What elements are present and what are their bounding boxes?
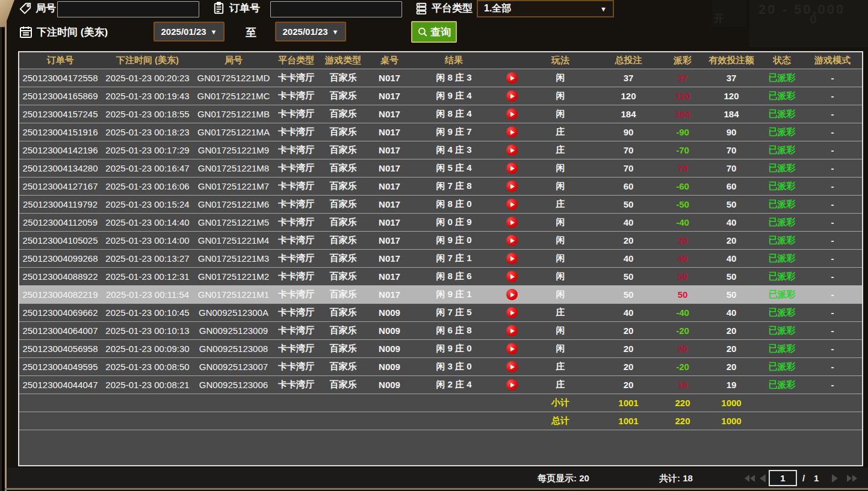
table-row[interactable]: 2501230040822192025-01-23 00:11:54GN0172… (19, 286, 862, 304)
cell-round-no: GN017251221MC (194, 91, 273, 101)
last-page-button[interactable] (847, 474, 857, 482)
replay-button[interactable] (506, 379, 518, 391)
search-button[interactable]: 查询 (411, 21, 457, 43)
cell-round-no: GN017251221M9 (194, 145, 273, 155)
cell-play: 闲 (527, 181, 594, 192)
replay-button[interactable] (506, 162, 518, 174)
cell-total-bet: 20 (594, 326, 663, 336)
cell-bet-time: 2025-01-23 00:12:31 (101, 271, 194, 282)
table-row[interactable]: 2501230041725582025-01-23 00:20:23GN0172… (19, 69, 862, 87)
cell-result: 闲 9 庄 0 (412, 343, 496, 354)
cell-game-type: 百家乐 (319, 289, 367, 300)
replay-button[interactable] (506, 235, 518, 246)
first-page-button[interactable] (745, 474, 755, 482)
cell-game-type: 百家乐 (319, 235, 367, 246)
table-row[interactable]: 2501230041342802025-01-23 00:16:47GN0172… (19, 159, 862, 178)
cell-platform: 卡卡湾厅 (273, 72, 319, 84)
table-row[interactable]: 2501230040889222025-01-23 00:12:31GN0172… (19, 268, 862, 286)
cell-status: 已派彩 (761, 181, 803, 192)
table-row[interactable]: 2501230041050252025-01-23 00:14:00GN0172… (19, 232, 862, 250)
play-icon (510, 292, 515, 297)
cell-round-no: GN017251221M8 (194, 163, 273, 173)
clipboard-icon (212, 1, 226, 15)
prev-page-button[interactable] (760, 474, 766, 483)
cell-game-mode: - (803, 91, 862, 101)
replay-button[interactable] (506, 217, 518, 228)
play-icon (510, 94, 515, 99)
cell-order-no: 250123004119792 (19, 199, 101, 209)
replay-button[interactable] (506, 199, 518, 210)
table-row[interactable]: 2501230040569582025-01-23 00:09:30GN0092… (19, 340, 862, 358)
table-row[interactable]: 2501230041120592025-01-23 00:14:40GN0172… (19, 214, 862, 232)
replay-button[interactable] (506, 144, 518, 156)
cell-payout: 120 (663, 91, 702, 101)
cell-bet-time: 2025-01-23 00:15:24 (101, 199, 194, 209)
cell-payout: -40 (663, 307, 702, 318)
platform-select[interactable]: 1.全部 ▼ (477, 0, 614, 17)
next-page-button[interactable] (832, 474, 838, 483)
cell-valid-bet: 184 (702, 109, 761, 119)
column-header-1: 下注时间 (美东) (101, 55, 194, 66)
cell-game-mode: - (803, 271, 862, 282)
cell-order-no: 250123004165869 (19, 91, 101, 101)
cell-bet-time: 2025-01-23 00:16:06 (101, 181, 194, 191)
table-row[interactable]: 2501230041572452025-01-23 00:18:55GN0172… (19, 105, 862, 123)
cell-result: 闲 8 庄 3 (412, 72, 496, 84)
cell-total-bet: 40 (594, 253, 663, 264)
replay-button[interactable] (506, 271, 518, 282)
table-row[interactable]: 2501230041421962025-01-23 00:17:29GN0172… (19, 141, 862, 159)
subtotal-row: 小计10012201000 (19, 394, 862, 412)
cell-platform: 卡卡湾厅 (273, 361, 319, 372)
cell-platform: 卡卡湾厅 (273, 343, 319, 354)
cell-round-no: GN017251221M1 (194, 289, 273, 300)
cell-bet-time: 2025-01-23 00:14:40 (101, 217, 194, 227)
replay-button[interactable] (506, 90, 518, 102)
replay-button[interactable] (506, 126, 518, 138)
round-input[interactable] (57, 1, 199, 17)
cell-platform: 卡卡湾厅 (273, 144, 319, 156)
table-row[interactable]: 2501230040992682025-01-23 00:13:27GN0172… (19, 250, 862, 268)
server-stack-icon (415, 2, 428, 15)
replay-button[interactable] (506, 108, 518, 120)
cell-valid-bet: 70 (702, 145, 761, 155)
background-open-text: 开 (714, 13, 724, 25)
play-icon (510, 148, 515, 153)
cell-game-mode: - (803, 217, 862, 227)
left-edge-tan-line (5, 20, 7, 491)
table-row[interactable]: 2501230041658692025-01-23 00:19:43GN0172… (19, 87, 862, 105)
table-row[interactable]: 2501230040640072025-01-23 00:10:13GN0092… (19, 322, 862, 340)
replay-button[interactable] (506, 253, 518, 264)
replay-button[interactable] (506, 181, 518, 192)
cell-game-mode: - (803, 145, 862, 155)
cell-bet-time: 2025-01-23 00:19:43 (101, 91, 194, 101)
table-empty-area (19, 430, 862, 465)
subtotal-label: 小计 (527, 397, 594, 409)
replay-button[interactable] (506, 325, 518, 336)
date-to-select[interactable]: 2025/01/23 ▼ (275, 22, 346, 42)
table-row[interactable]: 2501230040440472025-01-23 00:08:21GN0092… (19, 376, 862, 394)
table-row[interactable]: 2501230041271672025-01-23 00:16:06GN0172… (19, 178, 862, 196)
table-row[interactable]: 2501230041519162025-01-23 00:18:23GN0172… (19, 123, 862, 141)
cell-result: 闲 5 庄 4 (412, 162, 496, 174)
page-total-text: 1 (814, 473, 819, 483)
replay-button[interactable] (506, 361, 518, 372)
cell-play: 闲 (527, 271, 594, 282)
replay-button[interactable] (506, 307, 518, 318)
page-number-input[interactable] (769, 470, 797, 486)
replay-button[interactable] (506, 289, 518, 300)
calendar-icon (19, 25, 33, 39)
table-row[interactable]: 2501230040495952025-01-23 00:08:50GN0092… (19, 358, 862, 376)
cell-valid-bet: 60 (702, 181, 761, 191)
table-row[interactable]: 2501230041197922025-01-23 00:15:24GN0172… (19, 196, 862, 214)
cell-replay (496, 379, 527, 391)
date-from-select[interactable]: 2025/01/23 ▼ (153, 22, 225, 42)
cell-status: 已派彩 (761, 108, 803, 120)
cell-table-no: N017 (367, 163, 412, 173)
replay-button[interactable] (506, 343, 518, 354)
column-header-8: 玩法 (527, 55, 594, 66)
cell-round-no: GN0092512300A (194, 307, 273, 318)
table-row[interactable]: 2501230040696622025-01-23 00:10:45GN0092… (19, 304, 862, 322)
order-input[interactable] (270, 1, 402, 17)
cell-result: 闲 6 庄 8 (412, 325, 496, 336)
replay-button[interactable] (506, 72, 518, 84)
